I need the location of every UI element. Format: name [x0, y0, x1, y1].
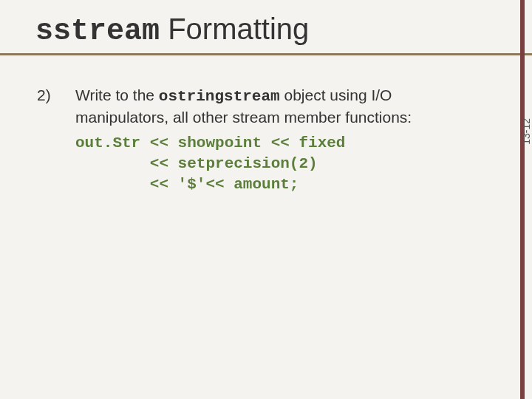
item-line2: manipulators, all other stream member fu…	[75, 107, 480, 128]
item-line1-suffix: object using I/O	[280, 86, 392, 103]
accent-bar	[520, 0, 525, 399]
title-mono: sstream	[35, 15, 160, 48]
item-line1-mono: ostringstream	[159, 88, 280, 105]
title-region: sstream Formatting	[0, 0, 532, 55]
item-line1-prefix: Write to the	[75, 86, 159, 103]
item-body: Write to the ostringstream object using …	[75, 85, 480, 196]
page-title: sstream Formatting	[35, 13, 502, 47]
code-block: out.Str << showpoint << fixed << setprec…	[75, 133, 480, 196]
page-number: 13-12	[520, 118, 532, 145]
slide: sstream Formatting 2) Write to the ostri…	[0, 0, 532, 399]
title-rest: Formatting	[160, 13, 309, 45]
item-line1: Write to the ostringstream object using …	[75, 85, 480, 107]
item-number: 2)	[37, 85, 75, 106]
list-item: 2) Write to the ostringstream object usi…	[37, 85, 480, 196]
content-area: 2) Write to the ostringstream object usi…	[0, 55, 532, 196]
